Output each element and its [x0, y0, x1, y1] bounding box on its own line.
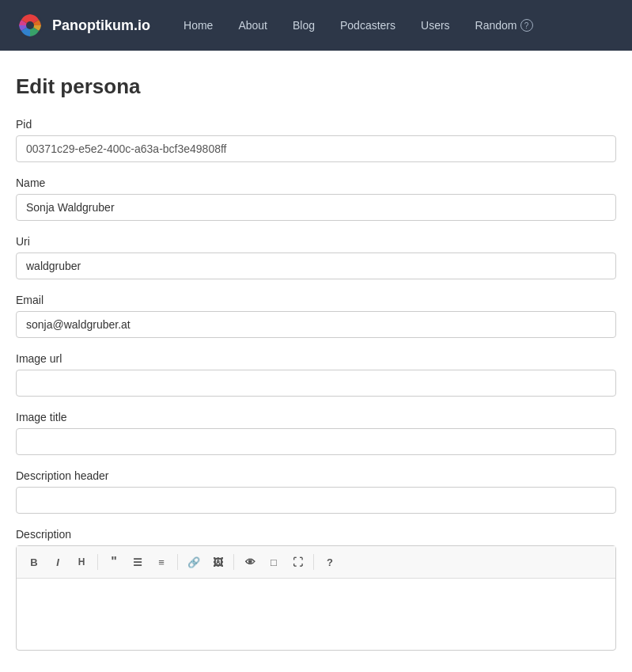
ordered-list-icon: ≡ [158, 556, 165, 568]
side-by-side-icon: □ [271, 556, 277, 568]
quote-icon: " [111, 555, 117, 569]
random-icon: ? [520, 19, 533, 32]
nav-random[interactable]: Random ? [466, 14, 543, 36]
brand-name: Panoptikum.io [52, 17, 150, 34]
separator-3 [233, 554, 234, 570]
random-label: Random [475, 19, 517, 32]
description-header-label: Description header [16, 469, 616, 482]
brand-logo [16, 11, 44, 40]
help-button[interactable]: ? [319, 551, 341, 573]
description-header-group: Description header [16, 469, 616, 514]
ordered-list-button[interactable]: ≡ [150, 551, 172, 573]
email-label: Email [16, 294, 616, 306]
navbar: Panoptikum.io Home About Blog Podcasters… [0, 0, 632, 51]
italic-icon: I [56, 556, 59, 568]
description-header-input[interactable] [16, 487, 616, 514]
image-icon: 🖼 [213, 556, 223, 568]
link-icon: 🔗 [187, 556, 200, 568]
fullscreen-icon: ⛶ [293, 556, 303, 568]
nav-blog[interactable]: Blog [283, 14, 324, 36]
page-title: Edit persona [16, 74, 616, 99]
description-body[interactable] [17, 579, 615, 650]
bold-icon: B [30, 556, 37, 568]
preview-button[interactable]: 👁 [239, 551, 261, 573]
nav-users[interactable]: Users [411, 14, 460, 36]
uri-group: Uri [16, 235, 616, 279]
image-title-label: Image title [16, 411, 616, 423]
nav-links: Home About Blog Podcasters Users Random … [174, 14, 543, 36]
nav-podcasters[interactable]: Podcasters [331, 14, 405, 36]
email-input[interactable] [16, 311, 616, 338]
description-group: Description B I H " ☰ ≡ 🔗 🖼 👁 □ ⛶ ? [16, 528, 616, 651]
help-icon: ? [327, 556, 333, 568]
bold-button[interactable]: B [23, 551, 45, 573]
editor-toolbar: B I H " ☰ ≡ 🔗 🖼 👁 □ ⛶ ? [17, 546, 615, 579]
svg-point-1 [26, 21, 34, 29]
nav-home[interactable]: Home [174, 14, 222, 36]
fullscreen-button[interactable]: ⛶ [286, 551, 308, 573]
name-label: Name [16, 177, 616, 189]
quote-button[interactable]: " [103, 551, 125, 573]
pid-group: Pid [16, 118, 616, 162]
description-label: Description [16, 528, 616, 541]
heading-icon: H [78, 556, 85, 568]
italic-button[interactable]: I [47, 551, 69, 573]
side-by-side-button[interactable]: □ [263, 551, 285, 573]
image-url-input[interactable] [16, 370, 616, 397]
image-button[interactable]: 🖼 [206, 551, 229, 573]
uri-input[interactable] [16, 252, 616, 279]
image-title-group: Image title [16, 411, 616, 455]
pid-input[interactable] [16, 135, 616, 162]
brand-link[interactable]: Panoptikum.io [16, 11, 150, 40]
image-url-label: Image url [16, 352, 616, 365]
email-group: Email [16, 294, 616, 338]
unordered-list-icon: ☰ [133, 556, 142, 568]
unordered-list-button[interactable]: ☰ [127, 551, 149, 573]
nav-about[interactable]: About [229, 14, 277, 36]
separator-2 [177, 554, 178, 570]
image-title-input[interactable] [16, 428, 616, 455]
main-content: Edit persona Pid Name Uri Email Image ur… [0, 51, 632, 672]
name-group: Name [16, 177, 616, 221]
separator-1 [97, 554, 98, 570]
link-button[interactable]: 🔗 [183, 551, 205, 573]
heading-button[interactable]: H [70, 551, 93, 573]
description-editor: B I H " ☰ ≡ 🔗 🖼 👁 □ ⛶ ? [16, 545, 616, 651]
preview-icon: 👁 [245, 556, 255, 568]
pid-label: Pid [16, 118, 616, 131]
image-url-group: Image url [16, 352, 616, 397]
uri-label: Uri [16, 235, 616, 248]
name-input[interactable] [16, 194, 616, 221]
separator-4 [313, 554, 314, 570]
